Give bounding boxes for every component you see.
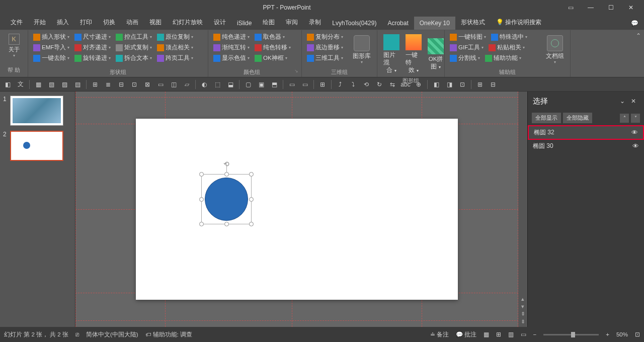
qat-icon[interactable]: ◨: [444, 79, 455, 90]
qat-icon[interactable]: ▢: [243, 79, 254, 90]
qat-icon[interactable]: ⊟: [116, 79, 127, 90]
qat-icon[interactable]: ⟲: [361, 79, 372, 90]
qat-icon[interactable]: ⇆: [387, 79, 398, 90]
ribbon-底边垂移[interactable]: 底边垂移▾: [305, 43, 345, 52]
qat-icon[interactable]: ⤵: [348, 79, 359, 90]
qat-icon[interactable]: ⊞: [317, 79, 328, 90]
minimize-icon[interactable]: —: [581, 0, 601, 15]
ribbon-GIF工具[interactable]: GIF工具▾: [448, 43, 486, 52]
ribbon-display-icon[interactable]: ▭: [560, 0, 581, 15]
ribbon-尺寸递进[interactable]: 尺寸递进▾: [72, 32, 113, 42]
scroll-up-icon[interactable]: ▴: [521, 296, 524, 302]
one-click-fx-button[interactable]: 一键特效 ▾: [403, 32, 425, 76]
ribbon-取色器[interactable]: 取色器▾: [253, 32, 287, 42]
ribbon-纯色转移[interactable]: 纯色转移▾: [253, 43, 293, 52]
ribbon-特殊选中[interactable]: 特殊选中▾: [489, 32, 529, 42]
qat-icon[interactable]: ▧: [46, 79, 57, 90]
qat-icon[interactable]: 文: [15, 79, 26, 90]
qat-icon[interactable]: ⬒: [269, 79, 280, 90]
qat-icon[interactable]: abc: [400, 79, 411, 90]
tab-视图[interactable]: 视图: [144, 15, 167, 30]
hide-all-button[interactable]: 全部隐藏: [563, 113, 592, 123]
notes-button[interactable]: ≐备注: [430, 331, 449, 338]
language-label[interactable]: 简体中文(中国大陆): [86, 331, 138, 338]
sorter-view-icon[interactable]: ⊞: [496, 331, 501, 338]
zoom-level[interactable]: 50%: [616, 331, 628, 337]
qat-icon[interactable]: ⬓: [225, 79, 236, 90]
qat-icon[interactable]: ▨: [59, 79, 70, 90]
slide-thumbnail-1[interactable]: [10, 96, 63, 126]
qat-icon[interactable]: ▭: [299, 79, 310, 90]
selection-item[interactable]: 椭圆 30👁: [528, 140, 644, 152]
ribbon-渐纯互转[interactable]: 渐纯互转▾: [211, 43, 252, 52]
tab-OneKey 10[interactable]: OneKey 10: [414, 17, 455, 30]
qat-icon[interactable]: ≣: [103, 79, 114, 90]
tab-开始[interactable]: 开始: [28, 15, 51, 30]
selection-item[interactable]: 椭圆 32👁: [528, 125, 644, 140]
ribbon-矩式复制[interactable]: 矩式复制▾: [114, 43, 154, 52]
fit-window-icon[interactable]: ⊡: [635, 331, 640, 338]
qat-icon[interactable]: ▭: [286, 79, 297, 90]
tab-绘图[interactable]: 绘图: [257, 15, 280, 30]
tab-LvyhTools(0429)[interactable]: LvyhTools(0429): [327, 17, 382, 30]
qat-icon[interactable]: ◫: [168, 79, 179, 90]
ellipse-shape[interactable]: [205, 178, 248, 221]
ribbon-分割线[interactable]: 分割线▾: [448, 53, 482, 63]
comments-button[interactable]: 💬批注: [456, 331, 476, 338]
qat-icon[interactable]: ⊡: [457, 79, 468, 90]
visibility-toggle-icon[interactable]: 👁: [632, 142, 639, 150]
ribbon-三维工具[interactable]: 三维工具▾: [305, 53, 345, 63]
addon-logo-icon[interactable]: K: [9, 34, 20, 45]
maximize-icon[interactable]: ☐: [601, 0, 621, 15]
slide[interactable]: ⟲: [136, 119, 458, 300]
image-blend-button[interactable]: 图片混合 ▾: [380, 32, 403, 76]
tab-iSlide[interactable]: iSlide: [231, 17, 257, 30]
qat-icon[interactable]: ▣: [256, 79, 267, 90]
ribbon-粘贴相关[interactable]: 粘贴相关▾: [487, 43, 527, 52]
comments-tab-icon[interactable]: 💬: [625, 17, 644, 30]
reading-view-icon[interactable]: ▥: [508, 331, 514, 338]
zoom-slider[interactable]: [543, 334, 599, 335]
collapse-ribbon-icon[interactable]: ⌃: [636, 32, 641, 39]
tab-形状格式[interactable]: 形状格式: [455, 15, 491, 30]
ribbon-一键去除[interactable]: 一键去除▾: [31, 53, 71, 63]
tab-文件[interactable]: 文件: [5, 15, 28, 30]
ribbon-插入形状[interactable]: 插入形状▾: [31, 32, 71, 42]
qat-icon[interactable]: ▤: [72, 79, 83, 90]
zoom-in-icon[interactable]: +: [606, 331, 609, 337]
qat-icon[interactable]: ⬚: [212, 79, 223, 90]
doc-group-button[interactable]: 文档组▾: [543, 32, 567, 67]
ribbon-对齐递进[interactable]: 对齐递进▾: [72, 43, 113, 52]
resize-handle[interactable]: [199, 222, 204, 226]
ribbon-拆合文本[interactable]: 拆合文本▾: [114, 53, 154, 63]
a11y-button[interactable]: 🏷辅助功能: 调查: [145, 331, 192, 338]
ribbon-复制分布[interactable]: 复制分布▾: [305, 32, 345, 42]
ribbon-纯色递进[interactable]: 纯色递进▾: [211, 32, 252, 42]
ok-puzzle-button[interactable]: OK拼图 ▾: [425, 32, 447, 76]
qat-icon[interactable]: ⊞: [474, 79, 486, 90]
move-up-icon[interactable]: ˄: [620, 114, 629, 123]
pane-dropdown-icon[interactable]: ⌄: [617, 96, 628, 107]
ribbon-显示色值[interactable]: 显示色值▾: [211, 53, 252, 63]
resize-handle[interactable]: [249, 172, 254, 177]
about-label[interactable]: 关于: [9, 46, 20, 53]
tab-设计[interactable]: 设计: [208, 15, 231, 30]
vertical-scrollbar[interactable]: ▴ ▾ ⇞ ⇟: [518, 92, 527, 327]
qat-icon[interactable]: ⊕: [413, 79, 424, 90]
qat-icon[interactable]: ⊠: [142, 79, 153, 90]
prev-slide-icon[interactable]: ⇞: [521, 311, 525, 317]
tab-录制[interactable]: 录制: [303, 15, 327, 30]
ribbon-控点工具[interactable]: 控点工具▾: [114, 32, 154, 42]
qat-icon[interactable]: ▭: [155, 79, 166, 90]
qat-icon[interactable]: ◧: [431, 79, 442, 90]
ribbon-原位复制[interactable]: 原位复制▾: [155, 32, 195, 42]
show-all-button[interactable]: 全部显示: [532, 113, 561, 123]
slideshow-view-icon[interactable]: ▭: [521, 331, 526, 338]
resize-handle[interactable]: [249, 222, 254, 226]
ribbon-OK神框[interactable]: OK神框▾: [253, 53, 289, 63]
qat-icon[interactable]: ⊞: [90, 79, 101, 90]
qat-icon[interactable]: ◧: [2, 79, 13, 90]
ribbon-顶点相关[interactable]: 顶点相关▾: [155, 43, 195, 52]
slide-thumbnail-2[interactable]: [10, 131, 63, 161]
tab-切换[interactable]: 切换: [98, 15, 121, 30]
